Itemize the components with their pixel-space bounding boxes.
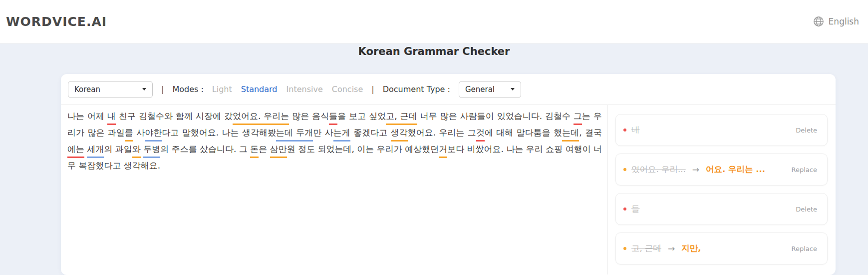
original-text: 들: [631, 204, 640, 214]
suggestion-card[interactable]: 고, 근데 → 지만, Replace: [615, 232, 828, 264]
language-select[interactable]: Korean: [68, 81, 153, 98]
error-underline-red[interactable]: 내: [107, 111, 116, 125]
text-segment: 은: [259, 144, 270, 154]
text-segment: 했어요. 우리는 그: [408, 128, 476, 138]
severity-dot: [623, 247, 626, 250]
suggestions-panel: 내 → Delete 었어요. 우리... → 어요. 우리는 ... Repl…: [608, 105, 836, 274]
text-segment: 에 대해 말다툼을 했: [485, 128, 562, 138]
mode-light[interactable]: Light: [212, 84, 232, 94]
suggested-text: 지만,: [681, 243, 701, 254]
error-underline-red[interactable]: 것: [476, 128, 485, 142]
text-segment: 을 보고 싶었: [337, 111, 386, 121]
error-underline-red[interactable]: 그: [574, 111, 582, 125]
delete-button[interactable]: Delete: [796, 206, 817, 213]
error-underline-blue[interactable]: 세개: [87, 144, 104, 158]
severity-dot: [623, 128, 626, 132]
severity-dot: [623, 168, 626, 171]
text-segment: 의 주스를 샀습니다. 그: [160, 144, 250, 154]
text-segment: 만 사: [313, 128, 333, 138]
error-underline-blue[interactable]: 야한: [145, 128, 162, 142]
editor-paragraph: 나는 어제 내 친구 김철수와 함께 시장에 갔었어요. 우리는 많은 음식들을…: [67, 108, 602, 174]
chevron-down-icon: [142, 88, 146, 90]
wordvice-logo[interactable]: WORDVICE.AI: [6, 14, 107, 29]
language-switcher[interactable]: English: [813, 16, 859, 27]
top-header: WORDVICE.AI English: [0, 0, 868, 44]
error-underline-blue[interactable]: 는데 두개: [276, 128, 313, 142]
mode-standard[interactable]: Standard: [241, 84, 278, 94]
error-underline-red[interactable]: 들: [329, 111, 337, 125]
error-underline-blue[interactable]: 두병: [143, 144, 160, 158]
original-text: 었어요. 우리...: [631, 164, 686, 175]
original-text: 고, 근데: [631, 243, 661, 254]
severity-dot: [623, 208, 626, 210]
language-label: English: [829, 16, 859, 26]
error-underline-orange[interactable]: 생각: [391, 128, 408, 142]
document-type-label: Document Type :: [383, 84, 450, 94]
text-segment: 너무 많은 사람들이 있었습니다. 김철수: [417, 111, 574, 121]
error-underline-orange[interactable]: 는데: [562, 128, 579, 142]
text-segment: 친구 김철수와 함께 시장에 갔: [116, 111, 233, 121]
modes-label: Modes :: [172, 84, 203, 94]
replace-button[interactable]: Replace: [792, 245, 817, 252]
arrow-right-icon: →: [692, 164, 699, 174]
text-segment: 다고 말했어요. 나는 생각해봤: [162, 128, 276, 138]
content-area: 나는 어제 내 친구 김철수와 함께 시장에 갔었어요. 우리는 많은 음식들을…: [61, 105, 836, 274]
toolbar-separator: |: [161, 84, 164, 94]
text-segment: , 결국: [579, 128, 602, 138]
error-underline-orange[interactable]: 돈: [250, 144, 259, 158]
suggestion-card[interactable]: 었어요. 우리... → 어요. 우리는 ... Replace: [615, 154, 828, 186]
replace-button[interactable]: Replace: [792, 166, 817, 174]
toolbar: Korean | Modes : LightStandardIntensiveC…: [61, 74, 836, 105]
mode-concise[interactable]: Concise: [332, 84, 363, 94]
error-underline-orange[interactable]: 고, 근데: [386, 111, 417, 125]
document-type-select[interactable]: General: [459, 81, 521, 98]
toolbar-separator: |: [371, 84, 374, 94]
editor-text-area[interactable]: 나는 어제 내 친구 김철수와 함께 시장에 갔었어요. 우리는 많은 음식들을…: [61, 105, 608, 274]
globe-icon: [813, 16, 824, 27]
delete-button[interactable]: Delete: [796, 126, 817, 134]
text-segment: 좋겠다고: [350, 128, 391, 138]
text-segment: 나는 어제: [67, 111, 107, 121]
grammar-checker-card: Korean | Modes : LightStandardIntensiveC…: [61, 74, 836, 275]
error-underline-orange[interactable]: 를: [125, 128, 133, 142]
page-title: Korean Grammar Checker: [0, 46, 868, 58]
error-underline-red[interactable]: 에는: [67, 144, 84, 158]
error-underline-orange[interactable]: 삼만: [270, 144, 287, 158]
error-underline-orange[interactable]: 와: [132, 144, 141, 158]
suggestion-card[interactable]: 들 → Delete: [615, 193, 828, 225]
text-segment: 많은 음식: [289, 111, 329, 121]
text-segment: 의 과일: [104, 144, 132, 154]
modes-group: LightStandardIntensiveConcise: [212, 84, 363, 94]
arrow-right-icon: →: [668, 244, 675, 254]
error-underline-blue[interactable]: 는게: [333, 128, 350, 142]
mode-intensive[interactable]: Intensive: [287, 84, 323, 94]
suggested-text: 어요. 우리는 ...: [706, 164, 765, 175]
error-underline-orange[interactable]: 었어요. 우리는: [233, 111, 289, 125]
error-underline-orange[interactable]: 거: [439, 144, 447, 158]
chevron-down-icon: [511, 88, 515, 90]
document-type-select-value: General: [465, 85, 495, 94]
original-text: 내: [631, 124, 640, 136]
suggestion-card[interactable]: 내 → Delete: [615, 114, 828, 146]
text-segment: 사: [133, 128, 145, 138]
language-select-value: Korean: [74, 85, 100, 94]
text-segment: 원 정도 되었는데, 이는 우리가 예상했던: [287, 144, 439, 154]
